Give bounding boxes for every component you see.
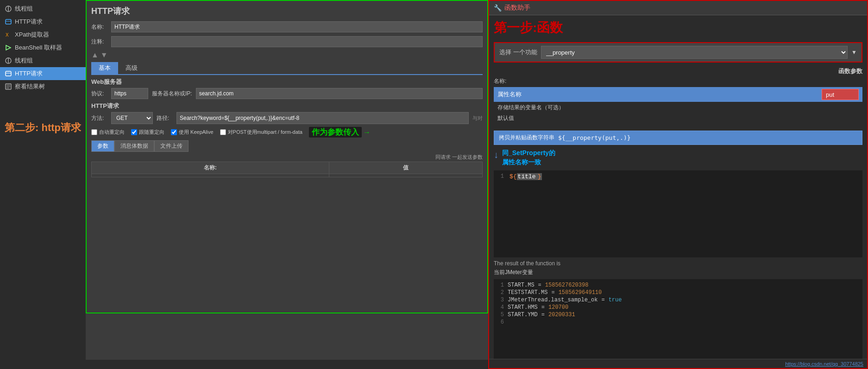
sidebar: 线程组 HTTP请求 X XPath提取器 BeanShell 取样器 线程组 (0, 0, 86, 369)
protocol-input[interactable] (111, 88, 148, 99)
threads2-icon (5, 57, 12, 64)
sidebar-item-label-threads1: 线程组 (15, 5, 33, 13)
name-label: 名称: (91, 23, 107, 31)
checkbox-row: 自动重定向 跟随重定向 使用 KeepAlive 对POST使用multipar… (91, 127, 483, 138)
sidebar-item-label-http2: HTTP请求 (15, 69, 43, 78)
func-params-title: 函数参数 (494, 67, 862, 75)
code-editor: 1 ${title} (494, 170, 862, 257)
wrench-icon: 🔧 (494, 4, 502, 12)
svg-text:X: X (6, 32, 9, 38)
same-request-text: 同请求 一起发送参数 (91, 154, 483, 161)
http-request-label: HTTP请求 (91, 102, 483, 110)
params-row (92, 174, 483, 177)
dropdown-arrow-icon: ▼ (851, 49, 857, 56)
arrow-down-icon: ↓ (494, 150, 498, 160)
property-name-input[interactable] (822, 89, 859, 100)
step1-label: 第一步:函数 (489, 15, 867, 40)
http-icon (5, 18, 12, 25)
checkbox-follow-redirect[interactable]: 跟随重定向 (131, 129, 164, 136)
params-tab-body[interactable]: 消息体数据 (114, 140, 154, 152)
copy-paste-area: 拷贝并粘贴函数字符串 ${__property(put,.)} (494, 131, 862, 145)
main-status-bar (86, 360, 488, 369)
checkbox-keepalive[interactable]: 使用 KeepAlive (171, 129, 214, 136)
checkbox-multipart[interactable]: 对POST使用multipart / form-data (220, 129, 302, 136)
variable-row: 存储结果的变量名（可选） (494, 103, 862, 113)
same-prop-note: 同_SetProperty的属性名称一致 (502, 149, 555, 167)
svg-rect-2 (6, 19, 11, 24)
as-param-label: 作为参数传入 (309, 127, 362, 138)
http2-icon (5, 70, 12, 77)
xpath-icon: X (5, 31, 12, 38)
func-helper-title: 🔧 函数助手 (489, 1, 867, 15)
checkbox-auto-redirect[interactable]: 自动重定向 (91, 129, 125, 136)
panel-title: HTTP请求 (91, 6, 483, 17)
server-label: 服务器名称或IP: (152, 90, 192, 98)
as-param-arrow: → (363, 128, 371, 136)
name-input[interactable] (111, 21, 483, 32)
checkbox-auto-redirect-input[interactable] (91, 129, 97, 135)
http-request-panel: HTTP请求 名称: 注释: ▲ ▼ 基本 高级 (86, 0, 488, 313)
method-label: 方法: (91, 114, 107, 122)
copy-paste-label: 拷贝并粘贴函数字符串 (499, 134, 554, 142)
result-of-function: The result of the function is (489, 259, 867, 268)
sidebar-item-label-beanshell: BeanShell 取样器 (15, 44, 62, 52)
web-server-label: Web服务器 (91, 78, 483, 86)
code-line-1: 1 ${title} (497, 173, 860, 180)
with-request-label: 与对 (472, 115, 483, 122)
method-select[interactable]: GET (111, 112, 153, 124)
name-row: 名称: (91, 21, 483, 32)
status-url: https://blog.csdn.net/qq_30774825 (785, 361, 863, 367)
copy-paste-value: ${__property(put,.)} (558, 134, 631, 141)
sidebar-item-http2[interactable]: HTTP请求 (0, 67, 86, 80)
dollar-brace: ${ (509, 173, 517, 180)
func-selector-row: 选择 一个功能 __property ▼ (494, 42, 862, 63)
checkbox-follow-redirect-input[interactable] (131, 129, 137, 135)
sidebar-item-beanshell[interactable]: BeanShell 取样器 (0, 41, 86, 54)
params-tab-upload[interactable]: 文件上传 (154, 140, 189, 152)
params-tab-params[interactable]: 参数 (91, 140, 114, 152)
sidebar-item-http1[interactable]: HTTP请求 (0, 15, 86, 28)
checkbox-multipart-input[interactable] (220, 129, 226, 135)
func-select[interactable]: __property (541, 46, 848, 59)
sidebar-item-xpath[interactable]: X XPath提取器 (0, 28, 86, 41)
property-name-text: 属性名称 (497, 90, 822, 99)
var-line-1: 1 START.MS = 1585627620398 (497, 282, 860, 288)
sidebar-item-threads2[interactable]: 线程组 (0, 54, 86, 67)
web-server-row: 协议: 服务器名称或IP: (91, 88, 483, 99)
status-bar: https://blog.csdn.net/qq_30774825 (489, 359, 867, 368)
tabs: 基本 高级 (91, 62, 483, 75)
params-tabs: 参数 消息体数据 文件上传 (91, 140, 483, 152)
comment-input[interactable] (111, 36, 483, 47)
right-panel: 🔧 函数助手 第一步:函数 选择 一个功能 __property ▼ 函数参数 … (488, 0, 868, 369)
sidebar-item-threads1[interactable]: 线程组 (0, 2, 86, 15)
step2-label: 第二步: http请求 (5, 121, 81, 135)
expand-up-icon[interactable]: ▲ (91, 51, 99, 59)
var-line-4: 4 START.HMS = 120700 (497, 304, 860, 311)
params-table: 名称: 值 (91, 162, 483, 177)
sidebar-item-label-threads2: 线程组 (15, 56, 33, 65)
name-row-func: 名称: (494, 77, 862, 85)
comment-row: 注释: (91, 36, 483, 47)
method-row: 方法: GET 路径: 与对 (91, 112, 483, 124)
var-line-6: 6 (497, 319, 860, 325)
tab-basic[interactable]: 基本 (91, 62, 118, 74)
checkbox-keepalive-input[interactable] (171, 129, 177, 135)
protocol-label: 协议: (91, 90, 107, 98)
path-label: 路径: (157, 114, 173, 122)
jmeter-vars: 1 START.MS = 1585627620398 2 TESTSTART.M… (494, 279, 862, 366)
default-row: 默认值 (494, 113, 862, 123)
main-content: HTTP请求 名称: 注释: ▲ ▼ 基本 高级 (86, 0, 488, 369)
path-input[interactable] (176, 112, 469, 124)
name-label-func: 名称: (494, 77, 506, 85)
expand-down-icon[interactable]: ▼ (101, 51, 108, 59)
params-col-value: 值 (329, 162, 483, 174)
result-icon (5, 83, 12, 90)
threads-icon (5, 5, 12, 13)
tab-advanced[interactable]: 高级 (118, 62, 145, 74)
var-line-2: 2 TESTSTART.MS = 1585629649110 (497, 289, 860, 296)
title-text: title (517, 173, 537, 180)
sidebar-item-result[interactable]: 察看结果树 (0, 80, 86, 93)
beanshell-icon (5, 44, 12, 51)
server-input[interactable] (196, 88, 483, 99)
sidebar-item-label-http1: HTTP请求 (15, 18, 43, 26)
